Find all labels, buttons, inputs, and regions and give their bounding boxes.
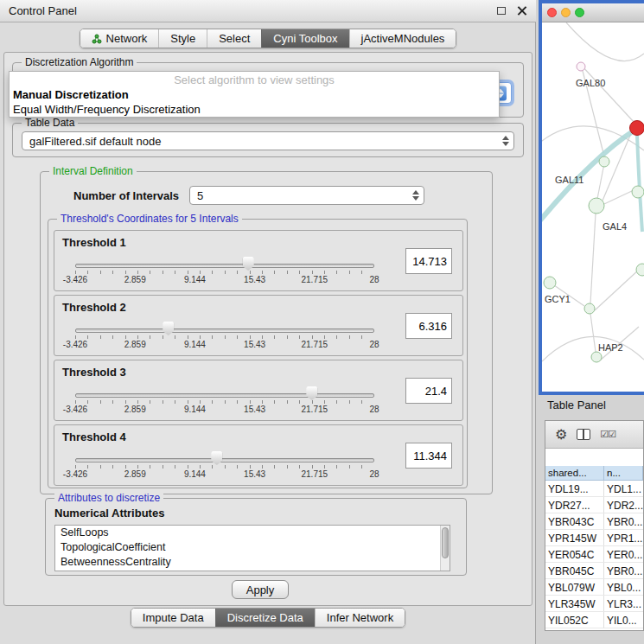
table-cell[interactable]: YDR27... — [545, 497, 604, 513]
table-cell[interactable]: YDR2... — [604, 497, 643, 513]
table-cell[interactable]: YBL0... — [604, 579, 643, 595]
dropdown-option-equal-width[interactable]: Equal Width/Frequency Discretization — [10, 102, 499, 117]
table-row[interactable]: YIL052CYIL0... — [545, 612, 643, 628]
table-cell[interactable]: YPR1... — [604, 530, 643, 545]
table-row[interactable]: YDR27...YDR2... — [545, 497, 643, 513]
tab-select[interactable]: Select — [207, 29, 261, 48]
node-label: GAL4 — [603, 221, 627, 232]
threshold-value-field[interactable] — [405, 248, 452, 274]
table-row[interactable]: YBR045CYBR0... — [545, 563, 643, 579]
column-header-name[interactable]: n... — [604, 466, 643, 480]
threshold-3-slider[interactable]: -3.4262.8599.14415.4321.71528 — [75, 390, 374, 419]
network-node[interactable] — [544, 277, 556, 289]
group-title: Interval Definition — [49, 165, 137, 178]
threshold-label: Threshold 3 — [62, 366, 126, 379]
threshold-1-slider[interactable]: -3.4262.8599.14415.4321.71528 — [75, 260, 374, 290]
list-item[interactable]: BetweennessCentrality — [55, 555, 450, 570]
slider-thumb[interactable] — [163, 322, 174, 335]
threshold-value-field[interactable] — [405, 313, 452, 339]
close-icon[interactable] — [516, 5, 527, 16]
slider-track[interactable] — [75, 328, 374, 333]
combo-stepper-icon[interactable] — [412, 190, 419, 201]
network-node[interactable] — [589, 198, 604, 214]
selected-network-node[interactable] — [630, 121, 644, 136]
window-title: Control Panel — [9, 4, 77, 17]
network-node[interactable] — [584, 303, 595, 314]
table-cell[interactable]: YBR043C — [545, 513, 604, 529]
tab-cyni-toolbox[interactable]: Cyni Toolbox — [261, 29, 348, 48]
network-node[interactable] — [577, 62, 585, 71]
slider-track[interactable] — [75, 458, 374, 462]
threshold-2-slider[interactable]: -3.4262.8599.14415.4321.71528 — [75, 325, 374, 354]
table-cell[interactable]: YLR3... — [604, 596, 643, 611]
network-window-titlebar[interactable] — [542, 3, 644, 22]
select-columns-icon[interactable]: ☑☑ — [600, 429, 615, 440]
table-cell[interactable]: YIL052C — [545, 612, 604, 628]
table-row[interactable]: YDL19...YDL1... — [545, 481, 643, 497]
network-node[interactable] — [632, 186, 644, 198]
list-scrollbar[interactable] — [440, 526, 450, 571]
table-row[interactable]: YBR043CYBR0... — [545, 513, 643, 530]
tab-discretize-data[interactable]: Discretize Data — [215, 609, 315, 627]
number-of-intervals-combobox[interactable]: 5 — [189, 186, 424, 205]
group-title: Attributes to discretize — [54, 492, 163, 505]
tab-jactivemnodules[interactable]: jActiveMNodules — [349, 29, 456, 48]
minimize-traffic-light-icon[interactable] — [561, 8, 571, 17]
threshold-4-slider[interactable]: -3.4262.8599.14415.4321.71528 — [75, 455, 374, 484]
tab-infer-network[interactable]: Infer Network — [315, 609, 405, 627]
network-view-window: GAL80 GAL11 GAL4 GCY1 HAP2 — [539, 0, 644, 395]
threshold-value-field[interactable] — [405, 443, 452, 469]
network-node[interactable] — [591, 352, 602, 362]
node-label: HAP2 — [598, 342, 623, 353]
table-panel-title: Table Panel — [547, 399, 606, 411]
table-cell[interactable]: YLR345W — [545, 596, 604, 611]
column-header-shared-name[interactable]: shared... — [545, 466, 604, 480]
slider-ticks — [75, 400, 374, 404]
numerical-attributes-list[interactable]: SelfLoops TopologicalCoefficient Between… — [54, 525, 450, 571]
slider-thumb[interactable] — [306, 386, 317, 400]
table-cell[interactable]: YPR145W — [545, 530, 604, 545]
float-window-icon[interactable] — [497, 7, 506, 15]
column-layout-icon[interactable] — [577, 429, 590, 440]
combo-stepper-icon[interactable] — [502, 136, 509, 146]
tab-label: Impute Data — [143, 611, 204, 624]
interval-definition-group: Interval Definition Number of Intervals … — [40, 171, 493, 494]
scrollbar-thumb[interactable] — [442, 527, 449, 558]
tab-style[interactable]: Style — [158, 29, 207, 48]
close-traffic-light-icon[interactable] — [547, 8, 557, 17]
table-row[interactable]: YER054CYER0... — [545, 546, 643, 563]
zoom-traffic-light-icon[interactable] — [575, 8, 584, 17]
network-node[interactable] — [636, 264, 644, 276]
list-item[interactable]: TopologicalCoefficient — [55, 540, 450, 555]
slider-ticks — [75, 271, 374, 274]
node-label: GCY1 — [545, 294, 571, 304]
table-cell[interactable]: YBR045C — [545, 563, 604, 578]
table-cell[interactable]: YBL079W — [545, 579, 604, 595]
threshold-value-field[interactable] — [405, 378, 452, 404]
slider-thumb[interactable] — [243, 257, 254, 271]
tab-label: Discretize Data — [227, 611, 303, 624]
slider-track[interactable] — [75, 393, 374, 398]
network-node[interactable] — [599, 156, 609, 167]
table-cell[interactable]: YBR0... — [604, 513, 643, 529]
slider-thumb[interactable] — [211, 451, 222, 465]
table-row[interactable]: YBL079WYBL0... — [545, 579, 643, 596]
table-cell[interactable]: YER0... — [604, 546, 643, 562]
table-cell[interactable]: YER054C — [545, 546, 604, 562]
network-canvas[interactable]: GAL80 GAL11 GAL4 GCY1 HAP2 — [542, 22, 644, 392]
tab-impute-data[interactable]: Impute Data — [131, 609, 215, 627]
table-row[interactable]: YPR145WYPR1... — [545, 530, 643, 546]
table-cell[interactable]: YDL19... — [545, 481, 604, 496]
table-data-value: galFiltered.sif default node — [29, 135, 161, 148]
dropdown-option-manual-discretization[interactable]: Manual Discretization — [10, 87, 499, 102]
list-item[interactable]: SelfLoops — [55, 526, 450, 540]
tab-network[interactable]: Network — [80, 29, 159, 48]
table-cell[interactable]: YDL1... — [604, 481, 643, 496]
slider-track[interactable] — [75, 264, 374, 268]
table-cell[interactable]: YBR0... — [604, 563, 643, 578]
settings-gear-icon[interactable]: ⚙ — [555, 428, 567, 442]
apply-button[interactable]: Apply — [232, 580, 289, 599]
table-data-combobox[interactable]: galFiltered.sif default node — [22, 131, 514, 150]
table-cell[interactable]: YIL0... — [604, 612, 643, 628]
table-row[interactable]: YLR345WYLR3... — [545, 596, 643, 612]
